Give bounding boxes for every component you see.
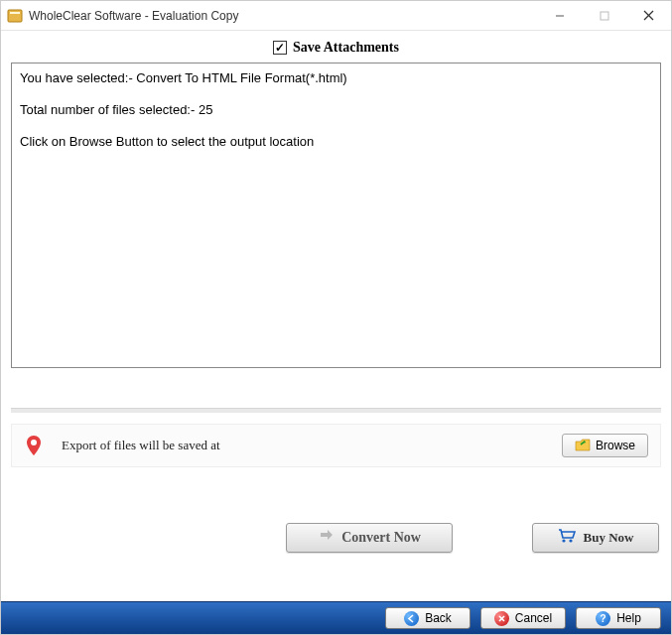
location-pin-icon bbox=[24, 434, 44, 457]
svg-point-7 bbox=[562, 539, 565, 542]
close-button[interactable] bbox=[626, 1, 671, 30]
footer-bar: Back Cancel ? Help bbox=[1, 601, 671, 634]
summary-line-3: Click on Browse Button to select the out… bbox=[20, 133, 652, 151]
summary-line-2: Total number of files selected:- 25 bbox=[20, 101, 652, 119]
export-path-label: Export of files will be saved at bbox=[62, 438, 544, 453]
export-panel: Export of files will be saved at Browse bbox=[11, 424, 661, 467]
browse-button-label: Browse bbox=[596, 439, 635, 452]
convert-icon bbox=[318, 528, 334, 548]
browse-button[interactable]: Browse bbox=[562, 434, 648, 457]
summary-box: You have selected:- Convert To HTML File… bbox=[11, 63, 661, 368]
separator bbox=[11, 408, 661, 414]
buy-now-label: Buy Now bbox=[584, 530, 634, 546]
back-button[interactable]: Back bbox=[385, 607, 470, 629]
save-attachments-label: Save Attachments bbox=[293, 40, 399, 56]
buy-now-button[interactable]: Buy Now bbox=[532, 523, 659, 553]
folder-icon bbox=[575, 439, 591, 452]
back-label: Back bbox=[425, 611, 452, 625]
convert-now-label: Convert Now bbox=[341, 530, 421, 546]
title-bar: WholeClear Software - Evaluation Copy bbox=[1, 1, 671, 31]
cancel-button[interactable]: Cancel bbox=[480, 607, 566, 629]
cart-icon bbox=[558, 528, 576, 548]
convert-now-button[interactable]: Convert Now bbox=[286, 523, 453, 553]
minimize-button[interactable] bbox=[537, 1, 582, 30]
save-attachments-checkbox[interactable]: ✓ bbox=[273, 41, 287, 55]
svg-rect-3 bbox=[601, 12, 608, 20]
svg-point-8 bbox=[569, 539, 572, 542]
svg-point-6 bbox=[31, 440, 37, 445]
app-icon bbox=[7, 8, 23, 24]
cancel-x-icon bbox=[494, 611, 509, 626]
cancel-label: Cancel bbox=[515, 611, 552, 625]
summary-line-1: You have selected:- Convert To HTML File… bbox=[20, 69, 652, 87]
maximize-button[interactable] bbox=[582, 1, 626, 30]
help-label: Help bbox=[616, 611, 641, 625]
help-question-icon: ? bbox=[596, 611, 610, 626]
svg-rect-0 bbox=[8, 10, 22, 22]
help-button[interactable]: ? Help bbox=[576, 607, 661, 629]
window-title: WholeClear Software - Evaluation Copy bbox=[29, 9, 537, 23]
svg-rect-1 bbox=[10, 12, 20, 14]
back-arrow-icon bbox=[404, 611, 419, 626]
